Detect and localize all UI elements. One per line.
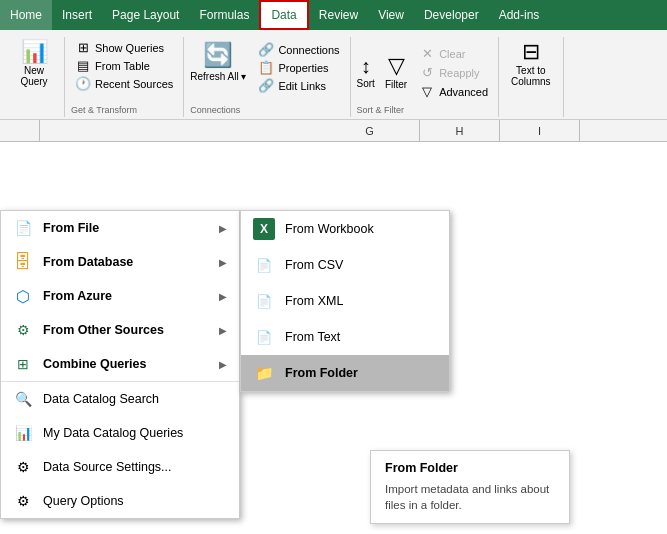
get-transform-group: ⊞ Show Queries ▤ From Table 🕐 Recent Sou… [65, 37, 184, 117]
tooltip-title: From Folder [385, 461, 555, 475]
from-folder-label: From Folder [285, 366, 358, 380]
new-query-label: New Query [20, 65, 47, 87]
refresh-all-label: Refresh All ▾ [190, 71, 246, 82]
query-options-label: Query Options [43, 494, 124, 508]
from-file-icon: 📄 [13, 218, 33, 238]
from-database-icon: 🗄 [13, 252, 33, 272]
connections-button[interactable]: 🔗 Connections [254, 41, 343, 58]
reapply-button[interactable]: ↺ Reapply [415, 64, 492, 81]
get-transform-buttons: ⊞ Show Queries ▤ From Table 🕐 Recent Sou… [71, 39, 177, 99]
new-query-button[interactable]: 📊 New Query [10, 39, 58, 89]
col-i: I [500, 120, 580, 141]
connections-label: Connections [278, 44, 339, 56]
menu-page-layout[interactable]: Page Layout [102, 0, 189, 30]
data-tools-group: ⊟ Text to Columns [499, 37, 563, 117]
from-table-icon: ▤ [75, 58, 91, 73]
corner-cell [0, 120, 40, 141]
recent-sources-button[interactable]: 🕐 Recent Sources [71, 75, 177, 92]
edit-links-label: Edit Links [278, 80, 326, 92]
combine-queries-icon: ⊞ [13, 354, 33, 374]
properties-button[interactable]: 📋 Properties [254, 59, 343, 76]
submenu-from-workbook[interactable]: X From Workbook [241, 211, 449, 247]
col-h: H [420, 120, 500, 141]
edit-links-icon: 🔗 [258, 78, 274, 93]
menubar: Home Insert Page Layout Formulas Data Re… [0, 0, 667, 30]
menu-from-other-sources[interactable]: ⚙ From Other Sources [1, 313, 239, 347]
menu-combine-queries[interactable]: ⊞ Combine Queries [1, 347, 239, 381]
column-headers: G H I [0, 120, 667, 142]
menu-addins[interactable]: Add-ins [489, 0, 550, 30]
menu-my-data-catalog[interactable]: 📊 My Data Catalog Queries [1, 416, 239, 450]
filter-label: Filter [385, 79, 407, 90]
from-workbook-icon: X [253, 218, 275, 240]
query-options-icon: ⚙ [13, 491, 33, 511]
sort-icon: ↕ [361, 55, 371, 78]
new-query-icon: 📊 [21, 41, 48, 63]
submenu-from-csv[interactable]: 📄 From CSV [241, 247, 449, 283]
text-to-columns-button[interactable]: ⊟ Text to Columns [505, 39, 556, 89]
get-transform-label: Get & Transform [71, 103, 137, 115]
menu-from-file[interactable]: 📄 From File [1, 211, 239, 245]
menu-review[interactable]: Review [309, 0, 368, 30]
filter-button[interactable]: ▽ Filter [385, 53, 407, 90]
edit-links-button[interactable]: 🔗 Edit Links [254, 77, 343, 94]
recent-sources-label: Recent Sources [95, 78, 173, 90]
clear-button[interactable]: ✕ Clear [415, 45, 492, 62]
advanced-button[interactable]: ▽ Advanced [415, 83, 492, 100]
from-workbook-label: From Workbook [285, 222, 374, 236]
ribbon: 📊 New Query ⊞ Show Queries ▤ From Table … [0, 30, 667, 120]
from-xml-icon: 📄 [253, 290, 275, 312]
menu-data-source-settings[interactable]: ⚙ Data Source Settings... [1, 450, 239, 484]
from-azure-label: From Azure [43, 289, 112, 303]
connection-buttons: 🔗 Connections 📋 Properties 🔗 Edit Links [254, 41, 343, 101]
menu-data[interactable]: Data [259, 0, 308, 30]
recent-sources-icon: 🕐 [75, 76, 91, 91]
from-other-sources-label: From Other Sources [43, 323, 164, 337]
from-csv-icon: 📄 [253, 254, 275, 276]
menu-from-azure[interactable]: ⬡ From Azure [1, 279, 239, 313]
from-text-icon: 📄 [253, 326, 275, 348]
submenu-from-xml[interactable]: 📄 From XML [241, 283, 449, 319]
connections-label-group: Connections [190, 103, 240, 115]
submenu: X From Workbook 📄 From CSV 📄 From XML 📄 … [240, 210, 450, 392]
from-folder-icon: 📁 [253, 362, 275, 384]
from-file-label: From File [43, 221, 99, 235]
advanced-label: Advanced [439, 86, 488, 98]
menu-from-database[interactable]: 🗄 From Database [1, 245, 239, 279]
from-table-label: From Table [95, 60, 150, 72]
data-source-settings-label: Data Source Settings... [43, 460, 172, 474]
show-queries-label: Show Queries [95, 42, 164, 54]
data-catalog-label: Data Catalog Search [43, 392, 159, 406]
from-text-label: From Text [285, 330, 340, 344]
reapply-icon: ↺ [419, 65, 435, 80]
properties-label: Properties [278, 62, 328, 74]
menu-data-catalog-search[interactable]: 🔍 Data Catalog Search [1, 381, 239, 416]
tooltip: From Folder Import metadata and links ab… [370, 450, 570, 524]
text-to-columns-icon: ⊟ [522, 41, 540, 63]
content-area: G H I 📄 From File 🗄 From Database ⬡ From… [0, 120, 667, 534]
menu-view[interactable]: View [368, 0, 414, 30]
menu-insert[interactable]: Insert [52, 0, 102, 30]
col-g: G [320, 120, 420, 141]
submenu-from-text[interactable]: 📄 From Text [241, 319, 449, 355]
clear-icon: ✕ [419, 46, 435, 61]
from-other-sources-icon: ⚙ [13, 320, 33, 340]
connections-group: 🔄 Refresh All ▾ 🔗 Connections 📋 Properti… [184, 37, 350, 117]
combine-queries-label: Combine Queries [43, 357, 147, 371]
data-source-settings-icon: ⚙ [13, 457, 33, 477]
from-csv-label: From CSV [285, 258, 343, 272]
menu-query-options[interactable]: ⚙ Query Options [1, 484, 239, 518]
submenu-from-folder[interactable]: 📁 From Folder [241, 355, 449, 391]
clear-label: Clear [439, 48, 465, 60]
menu-developer[interactable]: Developer [414, 0, 489, 30]
sort-button[interactable]: ↕ Sort [357, 55, 375, 89]
from-table-button[interactable]: ▤ From Table [71, 57, 177, 74]
sort-filter-group: ↕ Sort ▽ Filter ✕ Clear ↺ Reapply ▽ Adva… [351, 37, 500, 117]
refresh-all-button[interactable]: 🔄 Refresh All ▾ [190, 39, 246, 82]
tooltip-body: Import metadata and links about files in… [385, 481, 555, 513]
menu-home[interactable]: Home [0, 0, 52, 30]
show-queries-button[interactable]: ⊞ Show Queries [71, 39, 177, 56]
new-query-group: 📊 New Query [4, 37, 65, 117]
menu-formulas[interactable]: Formulas [189, 0, 259, 30]
connections-icon: 🔗 [258, 42, 274, 57]
